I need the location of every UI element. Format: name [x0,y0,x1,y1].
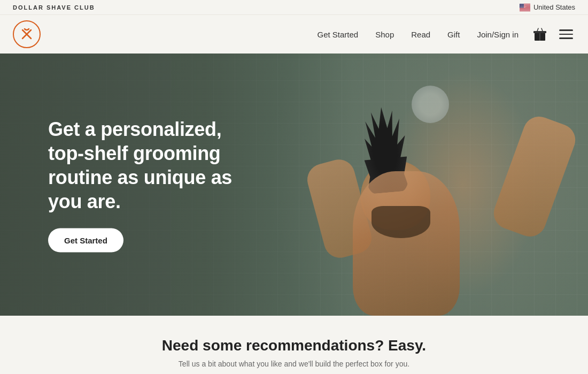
hero-cta-button[interactable]: Get Started [48,228,123,253]
cart-box-icon[interactable] [531,26,548,43]
brand-name: DOLLAR SHAVE CLUB [13,4,95,11]
svg-line-23 [537,28,538,31]
svg-rect-12 [520,10,530,11]
us-flag-icon: ★★★★★★ ★★★★★ ★★★★★★ ★★★★★ [520,4,530,11]
nav-gift[interactable]: Gift [447,30,460,39]
nav-icons [531,26,575,43]
box-svg-icon [532,27,547,42]
hamburger-line-2 [559,34,573,35]
person-body-decoration [353,171,460,316]
beard-decoration [372,206,430,238]
svg-rect-9 [520,9,530,9]
svg-rect-10 [520,9,530,10]
hamburger-line-1 [559,29,573,31]
logo-mark[interactable] [13,20,41,48]
hero-section: Get a personalized, top-shelf grooming r… [0,54,588,316]
hamburger-menu[interactable] [557,27,575,41]
svg-rect-21 [533,31,546,33]
logo-icon [19,27,34,42]
top-bar: DOLLAR SHAVE CLUB ★★★★★★ ★★★★★ ★★★★★★ ★★… [0,0,588,15]
main-navigation: Get Started Shop Read Gift Join/Sign in [0,15,588,54]
hamburger-line-3 [559,37,573,39]
svg-rect-11 [520,10,530,10]
svg-line-24 [541,28,543,31]
hero-content: Get a personalized, top-shelf grooming r… [48,117,251,253]
nav-read[interactable]: Read [411,30,430,39]
recommendations-section: Need some recommendations? Easy. Tell us… [0,316,588,374]
recommendations-title: Need some recommendations? Easy. [11,337,577,354]
hero-headline: Get a personalized, top-shelf grooming r… [48,117,251,213]
locale-label: United States [533,3,575,11]
nav-links: Get Started Shop Read Gift Join/Sign in [317,30,519,39]
svg-rect-8 [520,8,530,9]
nav-get-started[interactable]: Get Started [317,30,358,39]
nav-join-sign-in[interactable]: Join/Sign in [477,30,519,39]
locale-selector[interactable]: ★★★★★★ ★★★★★ ★★★★★★ ★★★★★ United States [520,3,575,11]
svg-rect-7 [520,7,530,8]
nav-shop[interactable]: Shop [375,30,394,39]
recommendations-subtitle: Tell us a bit about what you like and we… [11,360,577,368]
